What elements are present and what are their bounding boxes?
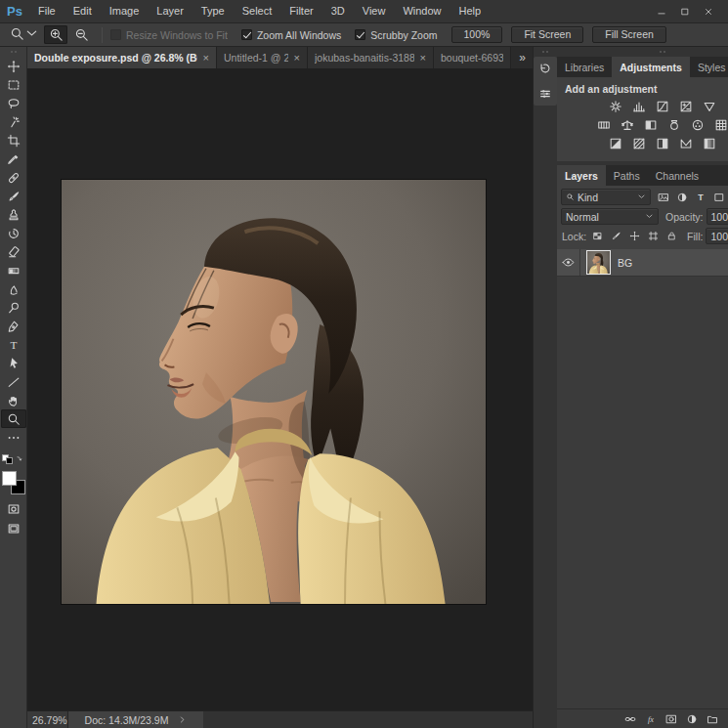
adjustment-selective-color-icon[interactable]	[701, 136, 719, 151]
filter-half-circle-icon[interactable]	[673, 190, 690, 205]
type-tool[interactable]: T	[1, 335, 26, 354]
menu-help[interactable]: Help	[450, 0, 491, 22]
document-tab[interactable]: bouquet-66936	[434, 47, 511, 68]
menu-layer[interactable]: Layer	[148, 0, 193, 22]
checkbox-zoom-all-windows[interactable]: Zoom All Windows	[241, 29, 341, 41]
dock-handle[interactable]	[660, 51, 665, 53]
eyedropper-tool[interactable]	[1, 150, 26, 168]
brush-tool[interactable]	[1, 187, 26, 205]
eraser-tool[interactable]	[1, 242, 26, 261]
zoom-level-field[interactable]: 26.79%	[27, 711, 68, 728]
adjustment-gradient-map-icon[interactable]	[677, 136, 696, 151]
adjustment-invert-icon[interactable]	[607, 136, 625, 151]
filter-type-letter-icon[interactable]: T	[692, 190, 708, 205]
button-fit-screen[interactable]: Fit Screen	[511, 26, 583, 43]
adjustment-photo-filter-icon[interactable]	[665, 117, 684, 133]
fx-icon[interactable]: fx	[644, 711, 658, 727]
close-button[interactable]	[697, 0, 720, 22]
adjustment-posterize-icon[interactable]	[630, 136, 649, 151]
filter-shape-rect-icon[interactable]	[710, 190, 727, 205]
layer-thumbnail[interactable]	[586, 250, 611, 275]
hand-tool[interactable]	[1, 391, 26, 409]
adjustment-brightness-contrast-icon[interactable]	[607, 99, 625, 114]
layer-row[interactable]: BG	[557, 249, 728, 277]
dodge-tool[interactable]	[1, 298, 26, 317]
magic-wand-tool[interactable]	[1, 112, 26, 131]
smudge-tool[interactable]	[1, 279, 26, 298]
checkbox-scrubby-zoom[interactable]: Scrubby Zoom	[355, 29, 437, 41]
swap-colors-icon[interactable]	[16, 450, 24, 468]
document-info[interactable]: Doc: 14.3M/23.9M	[68, 711, 203, 728]
button-100[interactable]: 100%	[451, 26, 503, 43]
foreground-color-swatch[interactable]	[2, 471, 17, 486]
document-tab[interactable]: jokubas-banaitis-31881.jpg×	[308, 47, 434, 68]
canvas-image[interactable]	[62, 180, 486, 604]
adjustment-levels-icon[interactable]	[630, 99, 649, 114]
minimize-button[interactable]	[650, 0, 673, 22]
tool-preset-picker[interactable]	[0, 26, 43, 43]
panel-tab-channels[interactable]: Channels	[648, 165, 707, 186]
chevron-right-icon[interactable]	[178, 714, 187, 726]
maximize-button[interactable]	[673, 0, 697, 22]
filter-image-icon[interactable]	[655, 190, 671, 205]
fill-dropdown[interactable]: 100%	[706, 228, 728, 244]
adjustment-color-lookup-icon[interactable]	[712, 117, 728, 133]
blend-mode-dropdown[interactable]: Normal	[561, 208, 659, 225]
adjustment-curves-icon[interactable]	[654, 99, 672, 114]
panel-tab-layers[interactable]: Layers	[557, 165, 606, 186]
menu-view[interactable]: View	[354, 0, 395, 22]
adjustment-channel-mixer-icon[interactable]	[689, 117, 707, 133]
path-select-tool[interactable]	[1, 354, 26, 372]
lasso-tool[interactable]	[1, 94, 26, 112]
rect-marquee-tool[interactable]	[1, 75, 26, 94]
close-icon[interactable]: ×	[294, 52, 300, 64]
button-fill-screen[interactable]: Fill Screen	[592, 26, 666, 43]
adjustment-exposure-icon[interactable]	[677, 99, 696, 114]
lock-move-icon[interactable]	[626, 229, 643, 244]
adjustment-threshold-icon[interactable]	[654, 136, 672, 151]
opacity-dropdown[interactable]: 100%	[707, 208, 728, 225]
lock-padlock-icon[interactable]	[664, 229, 680, 244]
toolbar-handle[interactable]	[11, 51, 17, 53]
menu-edit[interactable]: Edit	[64, 0, 101, 22]
tab-overflow-chevron[interactable]: »	[511, 47, 533, 68]
panel-tab-paths[interactable]: Paths	[606, 165, 648, 186]
healing-brush-tool[interactable]	[1, 168, 26, 187]
document-tab[interactable]: Double exposure.psd @ 26.8% (BG, RGB/8) …	[27, 47, 217, 68]
folder-icon[interactable]	[706, 711, 719, 727]
zoom-out-button[interactable]	[69, 25, 93, 44]
line-tool[interactable]	[1, 372, 26, 391]
zoom-in-button[interactable]	[44, 25, 67, 44]
menu-select[interactable]: Select	[234, 0, 281, 22]
new-adjustment-layer-icon[interactable]	[685, 711, 699, 727]
adjustment-color-balance-icon[interactable]	[619, 117, 637, 133]
panel-tab-styles[interactable]: Styles	[690, 57, 728, 77]
menu-window[interactable]: Window	[394, 0, 450, 22]
menu-file[interactable]: File	[29, 0, 64, 22]
link-icon[interactable]	[623, 711, 637, 727]
adjustment-black-white-icon[interactable]	[642, 117, 661, 133]
crop-tool[interactable]	[1, 131, 26, 150]
pen-tool[interactable]	[1, 317, 26, 335]
zoom-tool[interactable]	[1, 409, 26, 428]
history-brush-tool[interactable]	[1, 224, 26, 242]
panel-properties-icon[interactable]	[535, 85, 555, 103]
close-icon[interactable]: ×	[203, 52, 209, 64]
close-icon[interactable]: ×	[420, 52, 426, 64]
panel-tab-libraries[interactable]: Libraries	[557, 57, 612, 77]
move-tool[interactable]	[1, 57, 26, 75]
checkbox-resize-windows-to-fit[interactable]: Resize Windows to Fit	[110, 29, 228, 41]
lock-artboard-icon[interactable]	[645, 229, 662, 244]
lock-brush-icon[interactable]	[608, 229, 624, 244]
menu-type[interactable]: Type	[193, 0, 234, 22]
menu-filter[interactable]: Filter	[280, 0, 321, 22]
lock-checker-icon[interactable]	[589, 229, 606, 244]
dock-handle[interactable]	[542, 51, 548, 53]
gradient-tool[interactable]	[1, 261, 26, 279]
menu-image[interactable]: Image	[101, 0, 149, 22]
document-tab[interactable]: Untitled-1 @ 26.8...×	[217, 47, 308, 68]
default-colors-icon[interactable]	[2, 454, 13, 464]
adjustment-hue-saturation-icon[interactable]	[595, 117, 614, 133]
panel-tab-adjustments[interactable]: Adjustments	[612, 57, 690, 77]
quick-mask-button[interactable]	[1, 500, 26, 518]
